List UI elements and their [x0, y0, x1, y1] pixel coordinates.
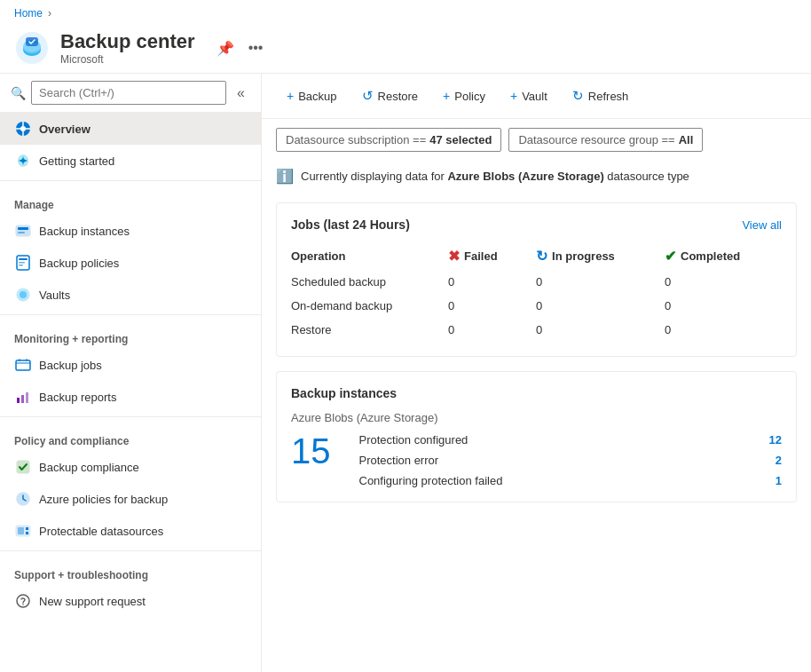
refresh-button-label: Refresh [588, 90, 629, 103]
policy-section-label: Policy and compliance [0, 424, 261, 451]
breadcrumb-home[interactable]: Home [14, 7, 43, 20]
sidebar-item-overview[interactable]: Overview [0, 113, 261, 145]
vault-button-label: Vault [522, 90, 547, 103]
instance-details: Protection configured 12 Protection erro… [359, 433, 783, 487]
col-in-progress: ↻ In progress [529, 242, 657, 270]
col-completed: ✔ Completed [657, 242, 782, 270]
instance-metric-row: Configuring protection failed 1 [359, 474, 783, 487]
backup-instances-icon [14, 222, 32, 240]
backup-instances-card: Backup instances Azure Blobs (Azure Stor… [276, 371, 797, 502]
jobs-table-row: Scheduled backup 0 0 0 [291, 270, 782, 294]
restore-button[interactable]: ↺ Restore [351, 83, 429, 109]
sidebar-item-protectable-label: Protectable datasources [39, 525, 163, 538]
subscription-filter[interactable]: Datasource subscription == 47 selected [276, 128, 501, 152]
svg-rect-26 [26, 527, 28, 530]
policy-button[interactable]: + Policy [432, 83, 496, 108]
overview-icon [14, 120, 32, 138]
policy-divider [0, 416, 261, 417]
backup-button-label: Backup [298, 90, 336, 103]
search-icon: 🔍 [11, 86, 26, 100]
sidebar-item-vaults[interactable]: Vaults [0, 279, 261, 311]
sidebar-item-backup-compliance-label: Backup compliance [39, 461, 139, 474]
main-layout: 🔍 « Overview Getting started Manage Back… [0, 73, 811, 672]
cards-area: Jobs (last 24 Hours) View all Operation … [262, 192, 811, 513]
sidebar-item-new-support[interactable]: New support request [0, 585, 261, 617]
sidebar-item-backup-policies-label: Backup policies [39, 257, 119, 270]
svg-point-28 [17, 595, 29, 607]
vault-button[interactable]: + Vault [500, 83, 558, 108]
backup-instances-card-title: Backup instances [291, 386, 782, 400]
svg-point-29 [22, 604, 24, 605]
app-title-block: Backup center Microsoft [60, 30, 195, 66]
more-button[interactable]: ••• [245, 36, 267, 59]
job-completed-2: 0 [657, 318, 782, 342]
resource-group-filter-val: All [679, 133, 694, 146]
job-operation-1: On-demand backup [291, 294, 441, 318]
sidebar-item-protectable[interactable]: Protectable datasources [0, 515, 261, 547]
resource-group-filter-key: Datasource resource group == [518, 133, 674, 146]
sidebar-item-backup-policies[interactable]: Backup policies [0, 247, 261, 279]
svg-point-14 [20, 291, 27, 298]
restore-icon: ↺ [362, 88, 374, 104]
header-actions: 📌 ••• [213, 36, 267, 60]
job-in-progress-2: 0 [529, 318, 657, 342]
instance-metric-label-1: Protection error [359, 454, 439, 467]
backup-jobs-icon [14, 356, 32, 374]
breadcrumb-separator: › [48, 7, 51, 20]
support-section-label: Support + troubleshooting [0, 558, 261, 585]
col-completed-label: Completed [681, 249, 740, 263]
resource-group-filter[interactable]: Datasource resource group == All [508, 128, 703, 152]
app-subtitle: Microsoft [60, 53, 195, 66]
pin-button[interactable]: 📌 [213, 36, 238, 60]
sidebar-item-getting-started[interactable]: Getting started [0, 145, 261, 177]
backup-plus-icon: + [287, 89, 294, 103]
in-progress-icon: ↻ [536, 248, 547, 265]
jobs-card: Jobs (last 24 Hours) View all Operation … [276, 202, 797, 357]
sidebar-item-backup-reports[interactable]: Backup reports [0, 381, 261, 413]
support-icon [14, 592, 32, 610]
sidebar-item-backup-jobs[interactable]: Backup jobs [0, 349, 261, 381]
monitoring-divider [0, 314, 261, 315]
svg-rect-20 [21, 395, 24, 403]
app-icon [14, 30, 50, 66]
refresh-button[interactable]: ↻ Refresh [562, 83, 640, 109]
job-completed-0: 0 [657, 270, 782, 294]
col-failed-label: Failed [464, 249, 498, 263]
sidebar: 🔍 « Overview Getting started Manage Back… [0, 74, 262, 672]
backup-instances-title-text: Backup instances [291, 386, 397, 400]
backup-compliance-icon [14, 458, 32, 476]
instance-metric-row: Protection error 2 [359, 454, 783, 467]
backup-button[interactable]: + Backup [276, 83, 348, 108]
vaults-icon [14, 286, 32, 304]
svg-rect-12 [19, 262, 25, 264]
view-all-link[interactable]: View all [742, 218, 782, 232]
instance-metric-label-2: Configuring protection failed [359, 474, 503, 487]
job-failed-0: 0 [441, 270, 529, 294]
sidebar-item-backup-reports-label: Backup reports [39, 391, 116, 404]
sidebar-item-backup-compliance[interactable]: Backup compliance [0, 451, 261, 483]
filters-row: Datasource subscription == 47 selected D… [262, 119, 811, 161]
collapse-sidebar-button[interactable]: « [232, 83, 250, 103]
svg-rect-9 [18, 232, 25, 233]
instance-metric-value-0: 12 [769, 433, 782, 447]
manage-section-label: Manage [0, 188, 261, 215]
breadcrumb: Home › [0, 0, 811, 27]
instance-metric-row: Protection configured 12 [359, 433, 783, 447]
completed-icon: ✔ [665, 248, 676, 265]
info-text: Currently displaying data for Azure Blob… [301, 170, 689, 183]
job-operation-0: Scheduled backup [291, 270, 441, 294]
sidebar-item-backup-instances[interactable]: Backup instances [0, 215, 261, 247]
sidebar-item-azure-policies[interactable]: Azure policies for backup [0, 483, 261, 515]
instance-body: 15 Protection configured 12 Protection e… [291, 433, 782, 487]
svg-rect-7 [16, 225, 30, 236]
svg-rect-19 [17, 398, 20, 403]
jobs-table-row: Restore 0 0 0 [291, 318, 782, 342]
instance-metric-label-0: Protection configured [359, 433, 468, 447]
svg-rect-8 [18, 227, 28, 230]
search-input[interactable] [31, 81, 226, 105]
svg-rect-21 [26, 392, 28, 403]
restore-button-label: Restore [378, 90, 419, 103]
svg-point-6 [20, 126, 26, 131]
sidebar-item-azure-policies-label: Azure policies for backup [39, 493, 168, 506]
policy-button-label: Policy [454, 90, 485, 103]
